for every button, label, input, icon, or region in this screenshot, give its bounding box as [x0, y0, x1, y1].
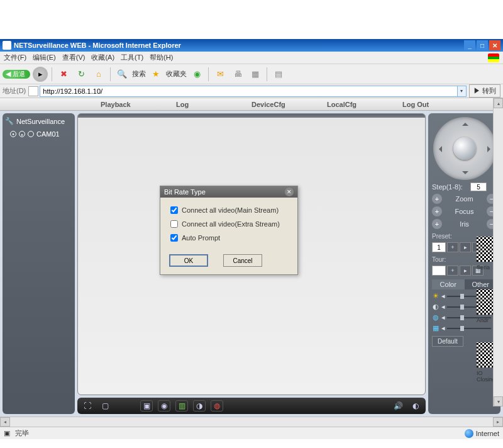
history-button[interactable]: ◉ [189, 67, 204, 82]
video-toolbar: ⛶ ▢ ▣ ◉ ▥ ◑ ◍ 🔊 ◐ [77, 398, 426, 414]
video-canvas[interactable]: Bit Rate Type ✕ Connect all video(Main S… [77, 113, 426, 395]
record-all-icon[interactable]: ◉ [158, 400, 170, 412]
maximize-button[interactable]: □ [477, 40, 488, 50]
preset-input[interactable] [432, 242, 446, 252]
menu-tools[interactable]: 工具(T) [121, 53, 143, 62]
tab-logout[interactable]: Log Out [402, 101, 478, 108]
address-input[interactable] [40, 86, 458, 97]
status-bar: ▣ 完毕 Internet [0, 427, 503, 439]
tour-play-button[interactable]: ▸ [460, 266, 471, 276]
vertical-scrollbar[interactable]: ▴ ▾ [493, 98, 503, 406]
tab-log[interactable]: Log [176, 101, 252, 108]
layout-1-icon[interactable]: ▢ [99, 400, 111, 412]
search-icon[interactable]: 🔍 [114, 67, 130, 82]
preset-add-button[interactable]: + [447, 242, 458, 252]
scroll-left-icon[interactable]: ◂ [0, 417, 10, 427]
dialog-titlebar[interactable]: Bit Rate Type ✕ [160, 186, 297, 198]
print-button[interactable]: 🖶 [230, 67, 245, 82]
menu-view[interactable]: 查看(V) [62, 53, 86, 62]
window-titlebar: NETSurveillance WEB - Microsoft Internet… [0, 39, 503, 52]
stop-button[interactable]: ✖ [56, 67, 71, 82]
mail-button[interactable]: ✉ [213, 67, 228, 82]
ptz-center-button[interactable] [453, 137, 476, 160]
ptz-joystick[interactable] [433, 117, 496, 180]
option-auto-prompt[interactable]: Auto Prompt [170, 234, 287, 242]
home-button[interactable]: ⌂ [91, 67, 106, 82]
camera-item[interactable]: ● ▸ CAM01 [5, 129, 72, 139]
page-icon [28, 86, 38, 96]
ptz-left-icon[interactable] [436, 146, 442, 152]
option-main-stream[interactable]: Connect all video(Main Stream) [170, 206, 287, 214]
tab-localcfg[interactable]: LocalCfg [327, 101, 402, 108]
back-button[interactable]: ◀ 后退 [3, 70, 30, 79]
close-button[interactable]: ✕ [489, 40, 500, 50]
fullscreen-icon[interactable]: ⛶ [81, 400, 94, 412]
close-all-icon[interactable]: ◑ [193, 400, 206, 412]
option-extra-stream[interactable]: Connect all video(Extra Stream) [170, 220, 287, 228]
horizontal-scrollbar[interactable]: ◂ ▸ [0, 417, 503, 427]
scroll-down-icon[interactable]: ▾ [494, 396, 503, 406]
app-container: Playback Log DeviceCfg LocalCfg Log Out … [0, 98, 503, 417]
address-dropdown[interactable]: ▾ [458, 86, 467, 97]
status-text: 完毕 [15, 428, 29, 438]
ok-button[interactable]: OK [169, 254, 208, 267]
extra-stream-checkbox[interactable] [170, 220, 178, 228]
scroll-up-icon[interactable]: ▴ [494, 98, 503, 108]
wrench-icon: 🔧 [5, 117, 14, 125]
stop-icon[interactable] [28, 131, 34, 137]
favorites-icon[interactable]: ★ [148, 67, 163, 82]
focus-row: + Focus − [432, 206, 497, 216]
sun-icon: ☀ [432, 292, 439, 300]
menu-file[interactable]: 文件(F) [4, 53, 26, 62]
menu-favorites[interactable]: 收藏(A) [91, 53, 114, 62]
sidebar-root[interactable]: 🔧 NetSurveillance [5, 117, 72, 125]
focus-in-button[interactable]: + [432, 206, 442, 216]
step-input[interactable] [470, 182, 487, 191]
preset-go-button[interactable]: ▸ [460, 242, 471, 252]
refresh-button[interactable]: ↻ [74, 67, 89, 82]
picture-icon[interactable]: ▥ [175, 400, 188, 412]
cancel-button[interactable]: Cancel [223, 254, 262, 267]
zoom-in-button[interactable]: + [432, 194, 442, 204]
zone-indicator: Internet [465, 429, 499, 438]
forward-button[interactable]: ▸ [33, 67, 48, 82]
dialog-close-button[interactable]: ✕ [285, 188, 294, 196]
hue-icon: ▦ [432, 324, 439, 332]
dialog-title: Bit Rate Type [164, 188, 206, 196]
toolbar: ◀ 后退 ▸ ✖ ↻ ⌂ 🔍 搜索 ★ 收藏夹 ◉ ✉ 🖶 ▦ ▤ [0, 64, 503, 84]
stop-all-icon[interactable]: ◍ [211, 400, 223, 412]
default-button[interactable]: Default [432, 336, 463, 347]
volume-icon[interactable]: 🔊 [392, 400, 404, 412]
ptz-right-icon[interactable] [487, 146, 494, 152]
main-stream-checkbox[interactable] [170, 206, 178, 214]
auto-prompt-checkbox[interactable] [170, 234, 178, 242]
windows-flag-icon [488, 53, 499, 62]
menu-help[interactable]: 帮助(H) [150, 53, 173, 62]
ptz-down-icon[interactable] [462, 171, 468, 177]
favorites-label[interactable]: 收藏夹 [166, 69, 187, 79]
go-button[interactable]: ▶ 转到 [469, 84, 500, 98]
snapshot-icon[interactable]: ▣ [140, 400, 153, 412]
edit-button[interactable]: ▦ [248, 67, 263, 82]
record-icon[interactable]: ● [10, 131, 16, 137]
discuss-button[interactable]: ▤ [271, 67, 286, 82]
iris-open-button[interactable]: + [432, 219, 442, 229]
menu-edit[interactable]: 编辑(E) [33, 53, 56, 62]
step-row: Step(1-8): ▾ [432, 182, 497, 191]
tab-devicecfg[interactable]: DeviceCfg [252, 101, 327, 108]
minimize-button[interactable]: _ [464, 40, 475, 50]
scroll-right-icon[interactable]: ▸ [493, 417, 503, 427]
tab-playback[interactable]: Playback [101, 101, 176, 108]
play-icon[interactable]: ▸ [19, 131, 25, 137]
mute-icon[interactable]: ◐ [409, 400, 422, 412]
tour-input[interactable] [432, 266, 446, 276]
address-bar: 地址(D) ▾ ▶ 转到 [0, 84, 503, 98]
app-tabs: Playback Log DeviceCfg LocalCfg Log Out [0, 98, 503, 111]
tab-color[interactable]: Color [432, 279, 465, 289]
search-label[interactable]: 搜索 [132, 69, 146, 79]
done-icon: ▣ [4, 429, 13, 438]
tour-add-button[interactable]: + [447, 266, 458, 276]
ptz-up-icon[interactable] [462, 120, 468, 126]
window-title: NETSurveillance WEB - Microsoft Internet… [14, 42, 181, 49]
device-sidebar: 🔧 NetSurveillance ● ▸ CAM01 [3, 113, 75, 414]
